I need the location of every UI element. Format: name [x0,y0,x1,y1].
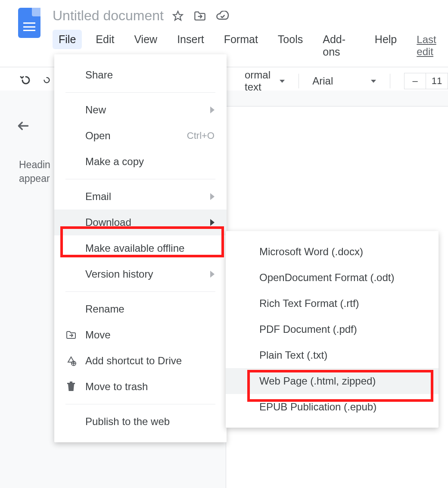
menu-help[interactable]: Help [369,30,403,49]
font-dropdown[interactable]: Arial [312,75,376,87]
outline-placeholder: Headin appear [19,158,50,185]
toolbar-separator [390,74,390,88]
download-docx[interactable]: Microsoft Word (.docx) [226,239,439,265]
move-folder-icon [65,331,77,339]
download-html-zipped[interactable]: Web Page (.html, zipped) [226,368,439,394]
outline-collapse-icon[interactable] [16,119,30,135]
star-icon[interactable] [172,10,184,22]
font-label: Arial [312,75,333,87]
file-open[interactable]: Open Ctrl+O [54,123,227,149]
download-epub[interactable]: EPUB Publication (.epub) [226,394,439,420]
move-to-folder-icon[interactable] [194,11,206,21]
file-make-available-offline[interactable]: Make available offline [54,235,227,261]
download-submenu: Microsoft Word (.docx) OpenDocument Form… [226,231,439,428]
font-size-value[interactable]: 11 [426,73,448,89]
menu-format[interactable]: Format [218,30,264,49]
chevron-right-icon [210,219,215,226]
file-add-shortcut-to-drive[interactable]: Add shortcut to Drive [54,348,227,374]
file-move-to-trash[interactable]: Move to trash [54,374,227,400]
font-size-stepper[interactable]: – 11 [404,73,448,89]
toolbar-separator [299,74,299,88]
menu-view[interactable]: View [128,30,163,49]
download-txt[interactable]: Plain Text (.txt) [226,342,439,368]
file-publish-to-the-web[interactable]: Publish to the web [54,409,227,435]
trash-icon [65,382,77,392]
redo-icon[interactable] [42,75,50,88]
menu-edit[interactable]: Edit [90,30,120,49]
file-download[interactable]: Download [54,210,227,235]
chevron-right-icon [210,271,215,278]
docs-logo-icon[interactable] [18,8,40,38]
chevron-right-icon [210,106,215,113]
file-email[interactable]: Email [54,184,227,210]
chevron-down-icon [280,80,285,83]
cloud-status-icon[interactable] [216,11,229,21]
add-shortcut-icon [65,356,77,366]
file-new[interactable]: New [54,97,227,123]
chevron-down-icon [371,80,376,83]
file-menu-dropdown: Share New Open Ctrl+O Make a copy Email … [54,54,227,442]
chevron-right-icon [210,193,215,200]
file-make-a-copy[interactable]: Make a copy [54,149,227,175]
menu-addons[interactable]: Add-ons [317,30,361,62]
file-share[interactable]: Share [54,62,227,88]
file-rename[interactable]: Rename [54,296,227,322]
download-rtf[interactable]: Rich Text Format (.rtf) [226,291,439,316]
document-title[interactable]: Untitled document [53,8,164,24]
svg-marker-0 [173,11,183,20]
menu-insert[interactable]: Insert [171,30,210,49]
file-move[interactable]: Move [54,322,227,348]
menu-file[interactable]: File [53,30,82,49]
decrease-font-size[interactable]: – [404,73,426,89]
menu-tools[interactable]: Tools [272,30,309,49]
undo-icon[interactable] [19,75,31,88]
download-odt[interactable]: OpenDocument Format (.odt) [226,265,439,291]
file-version-history[interactable]: Version history [54,261,227,287]
last-edit-link[interactable]: Last edit [411,30,448,61]
paragraph-style-dropdown[interactable]: ormal text [245,69,285,93]
paragraph-style-label: ormal text [245,69,274,93]
download-pdf[interactable]: PDF Document (.pdf) [226,316,439,342]
